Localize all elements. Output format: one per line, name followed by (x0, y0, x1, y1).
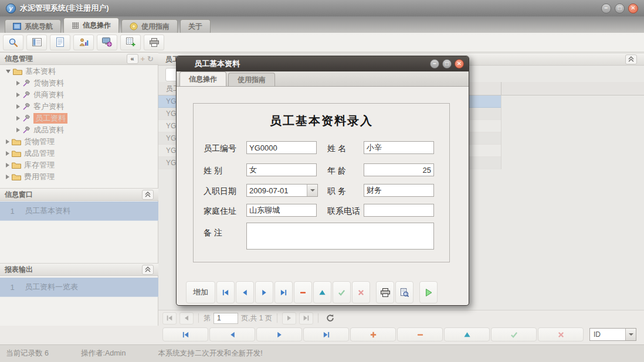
emp-id-input[interactable] (246, 141, 317, 154)
separator (277, 313, 277, 323)
dialog-minimize-button[interactable]: − (430, 59, 439, 69)
gender-input[interactable] (246, 163, 317, 176)
phone-input[interactable] (364, 204, 434, 217)
tree-label: 成品资料 (33, 125, 64, 135)
page-number-input[interactable] (213, 313, 238, 324)
record-first-button[interactable] (216, 281, 235, 303)
expanded-arrow-icon[interactable] (6, 70, 11, 73)
record-prev-button[interactable] (236, 281, 254, 303)
search-button[interactable] (3, 35, 23, 50)
collapse-up-icon[interactable] (142, 190, 154, 200)
form-button[interactable] (26, 35, 47, 50)
tree-node-goods-data[interactable]: 货物资料 (0, 77, 158, 89)
page-first-button[interactable] (162, 312, 177, 325)
list-item-label: 员工资料一览表 (25, 282, 78, 292)
chevron-down-icon[interactable] (307, 185, 317, 196)
dialog-maximize-button[interactable]: □ (442, 59, 452, 69)
form-title: 员工基本资料录入 (194, 113, 449, 129)
tree-node-goods-mgmt[interactable]: 货物管理 (0, 136, 158, 148)
table-add-button[interactable] (120, 35, 141, 50)
id-field-select[interactable]: ID (589, 328, 636, 341)
add-icon[interactable]: + (141, 54, 145, 63)
user-report-button[interactable] (73, 35, 94, 50)
list-item-index: 1 (0, 283, 25, 292)
minimize-button[interactable]: − (601, 4, 611, 13)
tree-label: 基本资料 (25, 66, 56, 77)
nav-post-button[interactable] (491, 327, 537, 341)
dialog-tab-user-guide[interactable]: 使用指南 (228, 73, 275, 86)
tree-node-expense-mgmt[interactable]: 费用管理 (0, 171, 158, 183)
chevron-down-icon[interactable] (625, 329, 636, 340)
collapse-up-icon[interactable] (625, 54, 637, 64)
collapsed-arrow-icon[interactable] (16, 128, 20, 132)
nav-cancel-button[interactable] (538, 327, 584, 341)
tab-user-guide[interactable]: 使用指南 (121, 19, 178, 33)
record-cancel-button[interactable] (352, 281, 370, 303)
nav-prev-button[interactable] (209, 327, 255, 341)
collapse-up-icon[interactable] (142, 265, 154, 275)
close-button[interactable]: ✕ (628, 4, 638, 13)
age-input[interactable] (364, 163, 434, 176)
nav-edit-button[interactable] (444, 327, 490, 341)
document-button[interactable] (50, 35, 70, 50)
hire-date-label: 入职日期 (204, 186, 236, 197)
collapsed-arrow-icon[interactable] (6, 163, 9, 168)
nav-add-button[interactable] (350, 327, 396, 341)
page-last-button[interactable] (299, 312, 313, 325)
list-item[interactable]: 1 员工基本资料 (0, 202, 158, 221)
nav-delete-button[interactable] (397, 327, 443, 341)
list-item[interactable]: 1 员工资料一览表 (0, 278, 158, 297)
tab-about[interactable]: 关于 (180, 19, 211, 33)
record-last-button[interactable] (274, 281, 293, 303)
tree-node-product-mgmt[interactable]: 成品管理 (0, 148, 158, 159)
collapsed-arrow-icon[interactable] (16, 81, 20, 86)
record-next-button[interactable] (255, 281, 273, 303)
collapsed-arrow-icon[interactable] (16, 116, 20, 121)
page-count-label: 页,共 1 页 (241, 313, 272, 323)
nav-last-button[interactable] (303, 327, 349, 341)
tree-node-basic-data[interactable]: 基本资料 (0, 66, 158, 77)
tree-node-supplier-data[interactable]: 供商资料 (0, 89, 158, 101)
run-button[interactable] (419, 281, 438, 303)
monitor-globe-button[interactable] (97, 35, 117, 50)
add-record-button[interactable]: 增加 (186, 281, 215, 303)
print-button[interactable] (376, 281, 394, 303)
nav-first-button[interactable] (162, 327, 208, 341)
tree-node-employee-data[interactable]: 员工资料 (0, 112, 158, 124)
collapsed-arrow-icon[interactable] (6, 151, 9, 156)
dialog-close-button[interactable]: ✕ (455, 59, 464, 69)
collapsed-arrow-icon[interactable] (16, 104, 20, 109)
address-input[interactable] (246, 204, 317, 217)
dialog-tab-info-operation[interactable]: 信息操作 (179, 71, 226, 86)
tab-system-nav[interactable]: 系统导航 (5, 19, 61, 33)
page-prev-button[interactable] (179, 312, 194, 325)
printer-button[interactable] (144, 35, 164, 50)
search-icon (8, 37, 18, 47)
tree-label: 货物资料 (33, 78, 64, 88)
record-edit-button[interactable] (313, 281, 331, 303)
hire-date-combo[interactable] (246, 184, 318, 197)
collapsed-arrow-icon[interactable] (6, 175, 9, 179)
tree-node-inventory-mgmt[interactable]: 库存管理 (0, 159, 158, 171)
print-preview-button[interactable] (395, 281, 413, 303)
blue-square-icon (13, 23, 21, 30)
refresh-icon (326, 314, 334, 322)
tool-icon (22, 115, 30, 122)
tree-node-product-data[interactable]: 成品资料 (0, 124, 158, 136)
record-delete-button[interactable] (294, 281, 312, 303)
refresh-icon[interactable]: ↻ (147, 54, 154, 63)
hire-date-input[interactable] (247, 185, 307, 196)
tree-node-customer-data[interactable]: 客户资料 (0, 101, 158, 112)
record-post-button[interactable] (333, 281, 351, 303)
page-next-button[interactable] (282, 312, 296, 325)
name-input[interactable] (364, 141, 434, 154)
nav-next-button[interactable] (256, 327, 302, 341)
remark-textarea[interactable] (246, 223, 434, 250)
collapse-left-icon[interactable]: « (127, 54, 138, 64)
position-input[interactable] (364, 184, 434, 197)
maximize-button[interactable]: □ (615, 4, 625, 13)
grid-refresh-button[interactable] (323, 312, 337, 325)
collapsed-arrow-icon[interactable] (6, 139, 9, 144)
tab-info-operation[interactable]: 信息操作 (63, 18, 119, 33)
collapsed-arrow-icon[interactable] (16, 93, 20, 97)
